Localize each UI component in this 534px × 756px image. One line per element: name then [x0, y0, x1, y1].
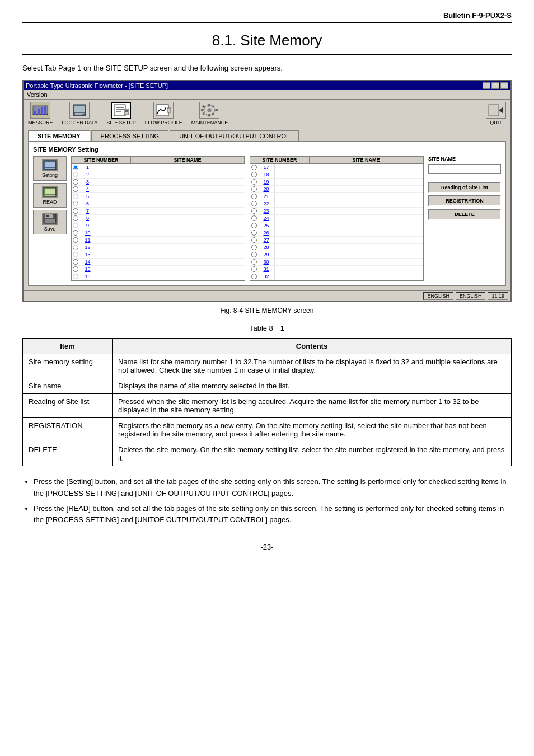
list2-col-num: SITE NUMBER	[250, 157, 310, 163]
section-title: SITE MEMORY Setting	[33, 146, 501, 153]
svg-rect-7	[74, 106, 85, 112]
list1-header: SITE NUMBER SITE NAME	[72, 157, 245, 164]
close-button[interactable]: ×	[500, 82, 508, 89]
list-item[interactable]: 5	[72, 193, 245, 200]
fig-caption: Fig. 8-4 SITE MEMORY screen	[22, 307, 512, 314]
list-item[interactable]: 22	[250, 200, 423, 208]
table-cell-contents: Displays the name of site memory selecte…	[113, 378, 512, 394]
toolbar-measure[interactable]: MEASURE	[28, 102, 53, 125]
setting-label: Setting	[42, 172, 58, 178]
table-row: Site nameDisplays the name of site memor…	[23, 378, 512, 394]
bulletin-text: Bulletin F-9-PUX2-S	[22, 11, 512, 23]
page-title: 8.1. Site Memory	[22, 32, 512, 55]
list-item[interactable]: 28	[250, 244, 423, 251]
list2-header: SITE NUMBER SITE NAME	[250, 157, 423, 164]
list-item[interactable]: 11	[72, 237, 245, 244]
list-item[interactable]: 7	[72, 208, 245, 215]
site-list-1: SITE NUMBER SITE NAME 123456789101112131…	[71, 156, 245, 281]
svg-rect-24	[216, 109, 218, 111]
svg-rect-32	[45, 162, 55, 167]
toolbar-logger[interactable]: LOGGER DATA	[62, 102, 98, 125]
menu-bar: Version	[24, 90, 510, 100]
list-item[interactable]: 32	[250, 273, 423, 280]
list-item[interactable]: 16	[72, 273, 245, 280]
setting-button[interactable]: Setting	[33, 156, 67, 181]
list-item[interactable]: 6	[72, 200, 245, 208]
toolbar-quit[interactable]: QUIT	[486, 102, 506, 125]
maximize-button[interactable]: □	[491, 82, 499, 89]
list-item[interactable]: 13	[72, 251, 245, 259]
title-bar-buttons: _ □ ×	[483, 82, 508, 89]
list-item[interactable]: 9	[72, 222, 245, 229]
right-panel: SITE NAME Reading of Site List REGISTRAT…	[428, 156, 501, 281]
toolbar-maintenance[interactable]: MAINTENANCE	[191, 102, 228, 125]
flowprofile-icon	[153, 102, 174, 119]
status-time: 11:19	[488, 292, 508, 300]
sitesetup-icon	[111, 102, 131, 119]
list-item[interactable]: 17	[250, 164, 423, 171]
list-item[interactable]: 2	[72, 171, 245, 179]
toolbar-quit-label: QUIT	[490, 120, 502, 125]
list-item[interactable]: 14	[72, 259, 245, 266]
toolbar-flowprofile[interactable]: FLOW PROFILE	[145, 102, 182, 125]
svg-marker-30	[499, 107, 503, 114]
minimize-button[interactable]: _	[483, 82, 490, 89]
list-item[interactable]: 4	[72, 186, 245, 193]
table-title: Table 8 1	[22, 323, 512, 334]
list-item[interactable]: 8	[72, 215, 245, 222]
read-label: READ	[43, 199, 57, 205]
list-item[interactable]: 26	[250, 229, 423, 237]
list-item[interactable]: 18	[250, 171, 423, 179]
bullet-item-2: Press the [READ] button, and set all the…	[34, 503, 512, 527]
list-item[interactable]: 21	[250, 193, 423, 200]
svg-rect-23	[201, 109, 204, 111]
page-number: -23-	[22, 543, 512, 551]
status-bar: ENGLISH ENGLISH 11:19	[24, 290, 510, 301]
table-row: REGISTRATIONRegisters the site memory as…	[23, 418, 512, 442]
list-item[interactable]: 12	[72, 244, 245, 251]
tab-process-setting[interactable]: PROCESS SETTING	[91, 130, 169, 141]
table-row: Site memory settingName list for site me…	[23, 354, 512, 378]
status-lang1: ENGLISH	[423, 292, 453, 300]
list-item[interactable]: 19	[250, 179, 423, 186]
svg-rect-5	[44, 106, 46, 115]
save-button[interactable]: Save	[33, 210, 67, 234]
reading-site-list-button[interactable]: Reading of Site List	[428, 182, 501, 193]
list-item[interactable]: 24	[250, 215, 423, 222]
table-row: Reading of Site listPressed when the sit…	[23, 394, 512, 418]
svg-rect-2	[34, 111, 36, 115]
table-cell-item: REGISTRATION	[23, 418, 113, 442]
inner-layout: Setting READ Save	[33, 156, 501, 281]
svg-rect-35	[45, 189, 55, 194]
list-item[interactable]: 30	[250, 259, 423, 266]
registration-button[interactable]: REGISTRATION	[428, 195, 501, 206]
list-item[interactable]: 15	[72, 266, 245, 273]
delete-button[interactable]: DELETE	[428, 209, 501, 220]
list1-col-name: SITE NAME	[131, 157, 245, 163]
list-item[interactable]: 10	[72, 229, 245, 237]
list-item[interactable]: 3	[72, 179, 245, 186]
list-item[interactable]: 27	[250, 237, 423, 244]
site-name-input[interactable]	[428, 164, 501, 174]
sim-window: Portable Type Ultrasonic Flowmeter - [SI…	[22, 80, 512, 302]
maintenance-icon	[199, 102, 219, 119]
logger-icon	[69, 102, 90, 119]
svg-point-20	[208, 108, 212, 112]
list-item[interactable]: 20	[250, 186, 423, 193]
read-button[interactable]: READ	[33, 183, 67, 208]
toolbar-sitesetup-label: SITE SETUP	[106, 120, 136, 125]
tab-unit-output[interactable]: UNIT OF OUTPUT/OUTPUT CONTROL	[170, 130, 299, 141]
menu-version[interactable]: Version	[27, 91, 48, 98]
list-item[interactable]: 23	[250, 208, 423, 215]
bullet-item-1: Press the [Setting] button, and set all …	[34, 476, 512, 500]
read-icon	[42, 186, 58, 198]
list-item[interactable]: 25	[250, 222, 423, 229]
quit-icon	[486, 102, 506, 119]
list-item[interactable]: 31	[250, 266, 423, 273]
list-item[interactable]: 29	[250, 251, 423, 259]
main-table: Item Contents Site memory settingName li…	[22, 338, 512, 466]
toolbar-sitesetup[interactable]: SITE SETUP	[106, 102, 136, 125]
svg-rect-39	[46, 215, 49, 217]
tab-site-memory[interactable]: SITE MEMORY	[28, 130, 90, 141]
list-item[interactable]: 1	[72, 164, 245, 171]
